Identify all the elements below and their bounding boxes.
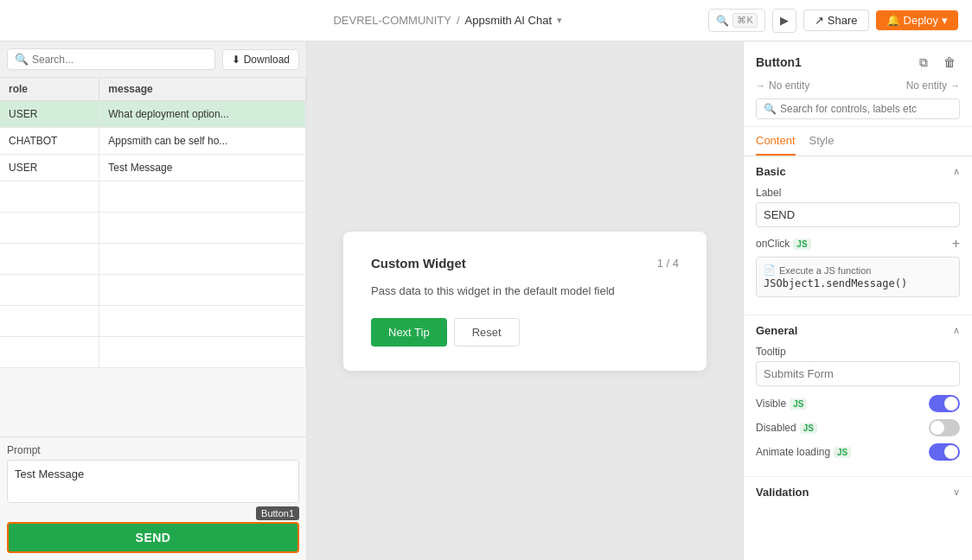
widget-card-page: 1 / 4 [657,257,679,270]
general-section-header: General ∧ [756,324,960,337]
visible-label: Visible JS [756,398,807,410]
deploy-button[interactable]: 🔔 Deploy ▾ [876,10,958,30]
visible-toggle[interactable] [929,395,960,412]
general-section-title: General [756,324,797,337]
cell-message: Appsmith can be self ho... [99,128,306,155]
controls-search-input[interactable] [780,103,952,115]
animate-toggle[interactable] [929,443,960,461]
entity-right-label: No entity [906,80,947,92]
cell-empty [99,306,306,337]
cell-empty [0,181,99,213]
right-panel-title: Button1 [756,55,802,69]
basic-section-chevron-icon[interactable]: ∧ [953,166,960,177]
kbd-label: ⌘K [732,13,757,28]
bell-icon: 🔔 [886,14,900,27]
animate-row: Animate loading JS [756,443,960,461]
copy-icon[interactable]: ⧉ [913,52,934,73]
validation-chevron-icon[interactable]: ∨ [953,487,960,498]
tooltip-field-input[interactable] [756,361,960,386]
right-panel: Button1 ⧉ 🗑 → No entity No entity → 🔍 [743,41,972,560]
share-button[interactable]: ↗ Share [803,10,869,31]
table-container: role message USERWhat deployment option.… [0,78,306,436]
cell-empty [99,337,306,368]
topbar: DEVREL-COMMUNITY / Appsmith AI Chat ▾ 🔍 … [0,0,972,41]
controls-search-icon: 🔍 [764,103,777,115]
disabled-js-badge: JS [800,423,817,434]
app-name-chevron-icon[interactable]: ▾ [557,15,562,26]
right-panel-header: Button1 ⧉ 🗑 → No entity No entity → 🔍 [744,41,972,127]
cell-role: CHATBOT [0,128,99,155]
right-panel-icons: ⧉ 🗑 [913,52,960,73]
cell-message: Test Message [99,155,306,181]
tab-style[interactable]: Style [809,127,835,156]
cell-role: USER [0,101,99,128]
table-row-empty [0,337,306,368]
send-button[interactable]: SEND [7,522,299,553]
play-button[interactable]: ▶ [772,9,796,33]
send-button-wrap: Button1 SEND [7,506,299,553]
entity-left-arrow-icon: → [756,80,765,91]
data-table: role message USERWhat deployment option.… [0,78,306,368]
entity-row: → No entity No entity → [756,80,960,92]
general-section-chevron-icon[interactable]: ∧ [953,325,960,336]
label-field-input[interactable] [756,202,960,227]
onclick-js-badge: JS [793,239,810,250]
js-fn-icon: 📄 [764,264,776,276]
tab-content[interactable]: Content [756,127,796,156]
topbar-center: DEVREL-COMMUNITY / Appsmith AI Chat ▾ [333,14,562,27]
onclick-add-icon[interactable]: + [952,236,960,251]
table-search-wrap[interactable]: 🔍 [7,48,215,70]
table-row[interactable]: USERTest Message [0,155,306,181]
cell-empty [0,213,99,244]
button1-label-tag: Button1 [256,506,299,520]
download-icon: ⬇ [232,54,240,66]
prompt-input-wrap: Test Message [7,460,299,503]
disabled-label: Disabled JS [756,422,817,434]
disabled-row: Disabled JS [756,419,960,436]
cell-empty [99,213,306,244]
table-row[interactable]: USERWhat deployment option... [0,101,306,128]
reset-button[interactable]: Reset [454,318,520,347]
col-header-role: role [0,78,99,101]
general-section: General ∧ Tooltip Visible JS Disabled J [744,315,972,477]
search-icon: 🔍 [15,53,29,66]
animate-toggle-knob [944,445,958,459]
tooltip-field-label: Tooltip [756,346,960,358]
basic-section: Basic ∧ Label onClick JS + 📄 Execute a J… [744,156,972,315]
table-row-empty [0,244,306,275]
prompt-text: Test Message [15,468,291,480]
right-panel-title-row: Button1 ⧉ 🗑 [756,52,960,73]
cell-empty [99,181,306,213]
disabled-toggle[interactable] [929,419,960,436]
cell-empty [99,275,306,306]
cell-empty [99,244,306,275]
label-field-label: Label [756,187,960,199]
search-kb-button[interactable]: 🔍 ⌘K [708,9,764,32]
visible-js-badge: JS [790,398,807,410]
next-tip-button[interactable]: Next Tip [371,318,447,347]
onclick-code: JSObject1.sendMessage() [764,277,952,290]
widget-card-title: Custom Widget [371,256,466,270]
table-row[interactable]: CHATBOTAppsmith can be self ho... [0,128,306,155]
table-search-input[interactable] [32,54,208,66]
table-row-empty [0,181,306,213]
download-button[interactable]: ⬇ Download [222,49,299,70]
visible-toggle-knob [944,397,958,410]
cell-empty [0,244,99,275]
main-layout: 🔍 ⬇ Download role message USERWhat deplo… [0,41,972,560]
left-panel: 🔍 ⬇ Download role message USERWhat deplo… [0,41,307,560]
table-row-empty [0,306,306,337]
search-icon: 🔍 [716,15,729,27]
delete-icon[interactable]: 🗑 [939,52,960,73]
tabs-row: Content Style [744,127,972,156]
cell-role: USER [0,155,99,181]
deploy-chevron-icon: ▾ [942,14,948,27]
validation-section: Validation ∨ [744,477,972,507]
controls-search-wrap[interactable]: 🔍 [756,99,960,119]
validation-header: Validation ∨ [756,486,960,499]
animate-js-badge: JS [834,447,851,458]
prompt-label: Prompt [7,444,299,456]
widget-card: Custom Widget 1 / 4 Pass data to this wi… [343,232,707,371]
animate-label: Animate loading JS [756,446,851,458]
disabled-toggle-knob [930,421,944,435]
